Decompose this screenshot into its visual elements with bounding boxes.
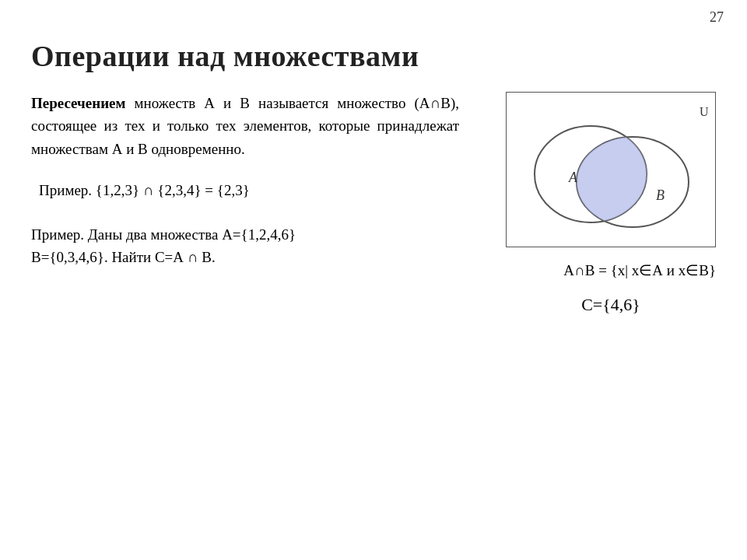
definition-bold-word: Пересечением xyxy=(31,95,126,111)
page-title: Операции над множествами xyxy=(31,39,716,73)
label-u: U xyxy=(700,105,709,118)
example1-text: Пример. {1,2,3} ∩ {2,3,4} = {2,3} xyxy=(31,182,459,199)
right-column: U A B А∩В = {x| x∈А и x∈В} С={4,6} xyxy=(482,92,716,315)
page-number: 27 xyxy=(710,9,724,26)
venn-svg: U A B xyxy=(507,93,717,248)
page: 27 Операции над множествами Пересечением… xyxy=(0,0,747,560)
main-content: Пересечением множеств А и В называется м… xyxy=(31,92,716,315)
venn-diagram: U A B xyxy=(506,92,716,247)
example2-line1: Пример. Даны два множества А={1,2,4,6} xyxy=(31,224,459,247)
example2-line2: В={0,3,4,6}. Найти С=А ∩ В. xyxy=(31,247,459,269)
formula-ab: А∩В = {x| x∈А и x∈В} xyxy=(506,261,716,279)
left-column: Пересечением множеств А и В называется м… xyxy=(31,92,459,315)
label-b: B xyxy=(656,187,665,203)
example2-text: Пример. Даны два множества А={1,2,4,6} В… xyxy=(31,224,459,268)
answer-c: С={4,6} xyxy=(506,295,716,315)
definition-paragraph: Пересечением множеств А и В называется м… xyxy=(31,92,459,160)
label-a: A xyxy=(568,170,578,185)
